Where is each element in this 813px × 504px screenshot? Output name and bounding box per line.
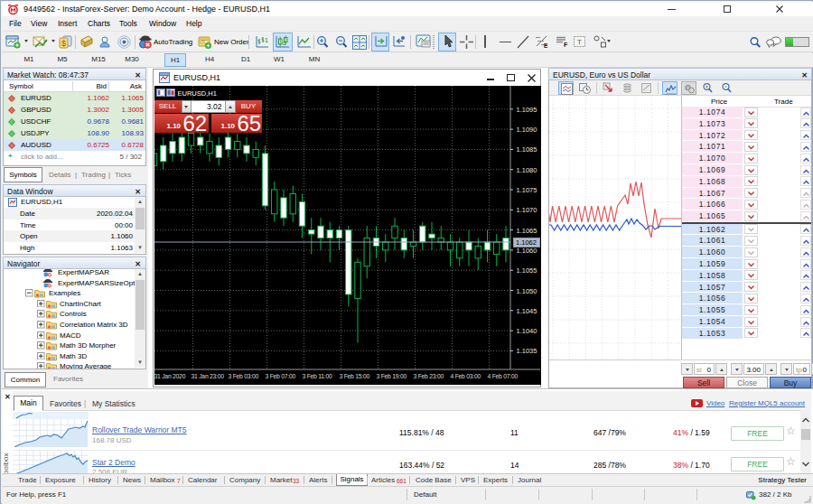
- svg-text:T: T: [577, 38, 582, 46]
- svg-text:F: F: [564, 42, 568, 48]
- svg-text:1: 1: [265, 37, 268, 43]
- svg-text:E: E: [544, 42, 548, 49]
- svg-text:$: $: [61, 39, 66, 48]
